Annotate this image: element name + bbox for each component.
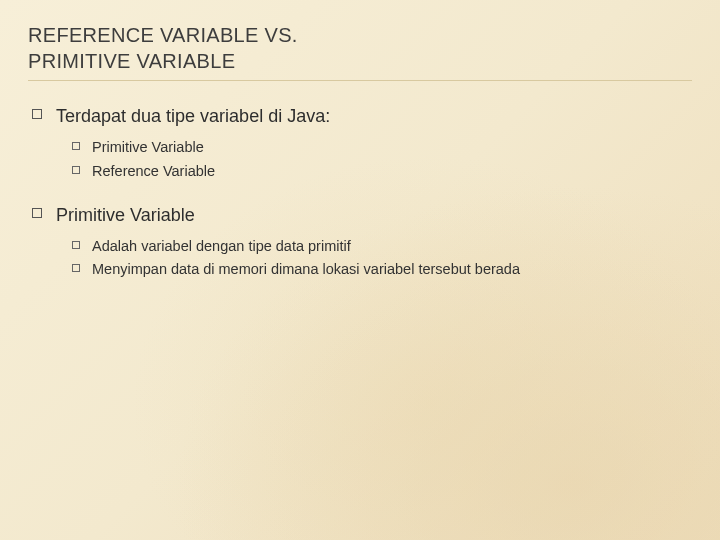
square-bullet-icon: [32, 208, 42, 218]
sub-item-text: Primitive Variable: [92, 138, 204, 158]
list-item: Primitive Variable Adalah variabel denga…: [32, 204, 692, 281]
square-bullet-icon: [72, 241, 80, 249]
sub-item-text: Menyimpan data di memori dimana lokasi v…: [92, 260, 520, 280]
list-item: Reference Variable: [72, 162, 692, 182]
square-bullet-icon: [72, 264, 80, 272]
sub-item-text: Reference Variable: [92, 162, 215, 182]
item-row: Terdapat dua tipe variabel di Java:: [32, 105, 692, 128]
sub-item-text: Adalah variabel dengan tipe data primiti…: [92, 237, 351, 257]
main-list: Terdapat dua tipe variabel di Java: Prim…: [28, 105, 692, 280]
title-line-2: PRIMITIVE VARIABLE: [28, 50, 235, 72]
sub-list: Primitive Variable Reference Variable: [32, 138, 692, 181]
item-row: Menyimpan data di memori dimana lokasi v…: [72, 260, 692, 280]
list-item: Primitive Variable: [72, 138, 692, 158]
title-line-1: REFERENCE VARIABLE VS.: [28, 24, 298, 46]
section-heading: Terdapat dua tipe variabel di Java:: [56, 105, 330, 128]
item-row: Primitive Variable: [72, 138, 692, 158]
list-item: Menyimpan data di memori dimana lokasi v…: [72, 260, 692, 280]
item-row: Adalah variabel dengan tipe data primiti…: [72, 237, 692, 257]
item-row: Reference Variable: [72, 162, 692, 182]
square-bullet-icon: [72, 142, 80, 150]
slide-title: REFERENCE VARIABLE VS. PRIMITIVE VARIABL…: [28, 22, 692, 81]
square-bullet-icon: [72, 166, 80, 174]
square-bullet-icon: [32, 109, 42, 119]
item-row: Primitive Variable: [32, 204, 692, 227]
list-item: Adalah variabel dengan tipe data primiti…: [72, 237, 692, 257]
slide-container: REFERENCE VARIABLE VS. PRIMITIVE VARIABL…: [0, 0, 720, 324]
section-heading: Primitive Variable: [56, 204, 195, 227]
sub-list: Adalah variabel dengan tipe data primiti…: [32, 237, 692, 280]
list-item: Terdapat dua tipe variabel di Java: Prim…: [32, 105, 692, 182]
